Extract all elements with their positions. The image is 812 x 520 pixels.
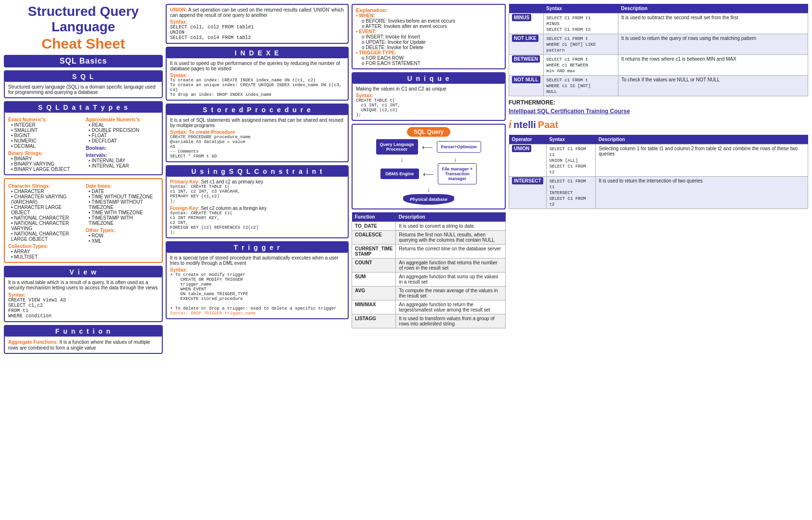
right-op-cell: BETWEEN — [509, 55, 544, 76]
rightmid-column: Explanation: • WHEN: o BEFORE: Invokes b… — [352, 4, 506, 357]
unique-syntax-code: CREATE TABLE t( c1 INT, c1 INT, UNIQUE (… — [356, 98, 501, 117]
ops-syntax-cell: SELECT C1 FROM t1UNION [ALL]SELECT C1 FR… — [546, 144, 596, 177]
datatypes-header: S Q L D a t a T y p e s — [5, 102, 162, 113]
unique-description: Making the values in C1 and C2 as unique — [356, 86, 501, 91]
mid-column: UNION: A set operation can be used on th… — [166, 4, 349, 357]
title-line1: Structured Query — [28, 4, 139, 19]
pk-code: Syntax: CREATE TABLE t( c1 INT, c2 INT, … — [170, 184, 344, 204]
diagram-row2: DBMS Engine ⟵ File manager +Transactionm… — [356, 163, 501, 184]
right-ops-table: Syntax Description MINUSSELECT C1 FROM t… — [509, 4, 808, 96]
collection-items: • ARRAY • MULTISET — [8, 249, 81, 260]
functions-table: Function Description TO_DATEIt is used t… — [352, 212, 506, 328]
cheat-sheet-title: Cheat Sheet — [4, 36, 163, 52]
datetime-items: • DATE • TIME WITHOUT TIMEZONE • TIMESTA… — [86, 189, 158, 226]
arrow-left2: ⟵ — [423, 169, 434, 179]
right-syntax-cell: SELECT C1 FROM t1MINUSSELECT C1 FROM t2 — [543, 13, 618, 34]
page-container: Structured Query Language Cheat Sheet SQ… — [0, 0, 812, 361]
other-label: Other Types: — [86, 228, 158, 233]
exact-numeric-label: Exact Numeric's: — [8, 117, 81, 122]
func-desc-cell: It is used to transform values from a gr… — [396, 314, 506, 328]
indexe-description: It is used to speed up the performance o… — [170, 61, 344, 71]
right-syntax-cell: SELECT c1 FROM tWHERE c1 [NOT] LIKEpatte… — [543, 34, 618, 55]
func-table-row: COUNTAn aggregate function that returns … — [352, 259, 506, 273]
ops-op-cell: UNION — [509, 144, 547, 177]
char-col: Character Strings: • CHARACTER • CHARACT… — [8, 182, 81, 260]
trigger-description: It is a special type of stored procedure… — [170, 255, 344, 266]
indexe-syntax-code: To create an index: CREATE INDEX index_n… — [170, 78, 344, 97]
func-desc-cell: To compute the mean average of the value… — [396, 286, 506, 300]
parser-box: Parser+Optimizer — [437, 141, 482, 153]
unique-syntax-label: Syntax: — [356, 93, 501, 98]
arrow-down3: ↓ — [356, 185, 501, 193]
function-header: F u n c t i o n — [5, 326, 162, 337]
function-section: F u n c t i o n Aggregate Functions: It … — [4, 325, 163, 354]
datetime-col: Date times: • DATE • TIME WITHOUT TIMEZO… — [86, 182, 158, 260]
trigger-syntax-label: Syntax: — [170, 267, 344, 273]
furthermore-label: FURTHERMORE: — [509, 99, 808, 106]
func-name-cell: COUNT — [352, 259, 396, 273]
view-syntax-code: CREATE VIEW view1 ASSELECT c1,c2FROM t1W… — [8, 298, 158, 319]
constraint-section: U s i n g S Q L C o n s t r a i n t Prim… — [166, 165, 349, 238]
approx-numeric-items: • REAL • DOUBLE PRECISION • FLOAT • DECF… — [86, 122, 158, 143]
func-name-cell: CURRENT_TIMESTAMP — [352, 245, 396, 259]
right-table-row: MINUSSELECT C1 FROM t1MINUSSELECT C1 FRO… — [509, 13, 808, 34]
func-desc-cell: An aggregate function to return the larg… — [396, 300, 506, 314]
indexe-header: I N D E X E — [167, 48, 348, 58]
interval-items: • INTERVAL DAY • INTERVAL YEAR — [86, 158, 158, 169]
dbms-engine-box: DBMS Engine — [380, 169, 419, 179]
datetime-label: Date times: — [86, 183, 158, 189]
right-column: Syntax Description MINUSSELECT C1 FROM t… — [509, 4, 808, 357]
view-syntax-label: Syntax: — [8, 292, 158, 298]
stored-proc-description: It is a set of SQL statements with assig… — [170, 117, 344, 128]
func-name-cell: SUM — [352, 273, 396, 286]
trigger-section: T r i g g e r It is a special type of st… — [166, 241, 349, 319]
pk-label: Primary Key: Set c1 and c2 as primary ke… — [170, 179, 344, 184]
func-name-cell: TO_DATE — [352, 222, 396, 231]
ops-table-row: UNIONSELECT C1 FROM t1UNION [ALL]SELECT … — [509, 144, 808, 177]
dt-col-left: Exact Numeric's: • INTEGER • SMALLINT • … — [8, 115, 81, 172]
view-section: V i e w It is a virtual table which is a… — [4, 266, 163, 322]
right-desc-cell: It is used to return the query of rows u… — [618, 34, 808, 55]
func-name-cell: COALESCE — [352, 231, 396, 245]
sql-basics-badge: SQL Basics — [4, 55, 163, 67]
union-description: UNION: A set operation can be used on th… — [170, 7, 344, 18]
op-syntax-col-header: Syntax — [546, 135, 596, 144]
right-op-cell: NOT NULL — [509, 76, 544, 96]
indexe-section: I N D E X E It is used to speed up the p… — [166, 47, 349, 101]
view-description: It is a virtual table which is a result … — [8, 280, 158, 290]
indexe-syntax-label: Syntax: — [170, 73, 344, 78]
binary-label: Binary Strings: — [8, 151, 81, 156]
right-table-row: BETWEENSELECT c1 FROM tWHERE c1 BETWEENm… — [509, 55, 808, 76]
other-items: • ROW • XML — [86, 233, 158, 244]
dt-col-right: Approximate Numeric's: • REAL • DOUBLE P… — [86, 115, 158, 172]
sql-header: S Q L — [5, 71, 162, 82]
func-table-row: COALESCEReturns the first non NULL resul… — [352, 231, 506, 245]
sql-query-badge: SQL Query — [407, 129, 450, 135]
func-name-cell: MIN/MAX — [352, 300, 396, 314]
fk-label: Foreign Key: Set c2 column as a foreign … — [170, 206, 344, 211]
char-strings-items: • CHARACTER • CHARACTER VARYING (VARCHAR… — [8, 189, 81, 242]
op-col-header: Operator — [509, 135, 547, 144]
stored-proc-header: S t o r e d P r o c e d u r e — [167, 104, 348, 115]
unique-header: U n i q u e — [353, 73, 505, 84]
func-table-row: MIN/MAXAn aggregate function to return t… — [352, 300, 506, 314]
func-name-cell: AVG — [352, 286, 396, 300]
constraint-header: U s i n g S Q L C o n s t r a i n t — [167, 166, 348, 177]
ops-desc-cell: Selecting column 1 for table t1 and colu… — [596, 144, 808, 177]
ops-op-cell: INTERSECT — [509, 177, 547, 209]
boolean-label: Boolean: — [86, 145, 158, 151]
trigger-code: • To create or modify trigger CREATE OR … — [170, 273, 344, 316]
diagram-row1: Query LanguageProcessor ⟵ Parser+Optimiz… — [356, 139, 501, 155]
intellipaat-paat-text: Paat — [538, 119, 558, 130]
right-desc-cell: It returns the rows where c1 is between … — [618, 55, 808, 76]
sql-description: Structured query language (SQL) is a dom… — [8, 84, 158, 95]
approx-numeric-label: Approximate Numeric's: — [86, 117, 158, 122]
arrow-down2: ↓ — [454, 156, 457, 163]
right-table-row: NOT NULLSELECT c1 FROM tWHERE c1 IS [NOT… — [509, 76, 808, 96]
course-link[interactable]: Intellipaat SQL Certification Training C… — [509, 108, 630, 115]
intellipaat-brand: Intellipaat SQL Certification Training C… — [509, 108, 808, 115]
union-section: UNION: A set operation can be used on th… — [166, 4, 349, 44]
ops-table-row: INTERSECTSELECT C1 FROM t1INTERSECTSELEC… — [509, 177, 808, 209]
func-desc-cell: It is used to convert a string to date. — [396, 222, 506, 231]
intellipaat-i-icon: i — [509, 118, 511, 131]
